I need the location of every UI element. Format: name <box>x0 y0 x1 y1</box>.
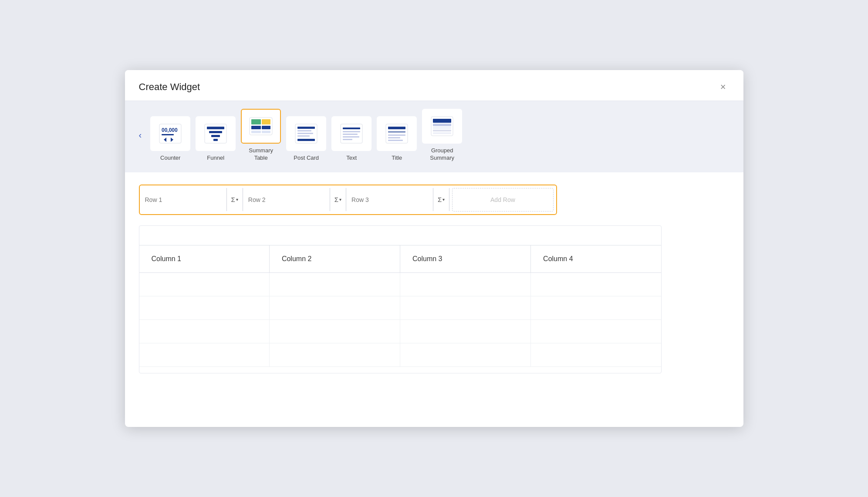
widget-label-counter: Counter <box>160 154 180 162</box>
table-row <box>139 296 661 319</box>
svg-rect-31 <box>388 131 405 133</box>
svg-rect-21 <box>297 135 310 137</box>
widget-item-post-card[interactable]: Post Card <box>286 116 326 162</box>
widget-item-title[interactable]: Title <box>377 116 417 162</box>
close-button[interactable]: × <box>717 81 730 94</box>
widget-item-funnel[interactable]: Funnel <box>196 116 236 162</box>
widget-label-grouped-summary: GroupedSummary <box>430 147 454 162</box>
widget-icon-box-summary-table <box>241 109 281 144</box>
svg-rect-22 <box>297 139 315 141</box>
svg-rect-28 <box>343 139 352 140</box>
svg-rect-38 <box>433 127 451 129</box>
svg-rect-40 <box>433 132 451 134</box>
widget-label-funnel: Funnel <box>207 154 224 162</box>
sigma-2-symbol: Σ <box>334 196 338 203</box>
svg-rect-26 <box>343 134 358 135</box>
svg-rect-33 <box>388 137 400 138</box>
svg-rect-9 <box>213 139 218 141</box>
row-2-sigma-button[interactable]: Σ ▾ <box>330 188 346 211</box>
column-1-header: Column 1 <box>139 245 270 272</box>
widget-label-text: Text <box>346 154 357 162</box>
svg-rect-8 <box>211 135 220 137</box>
svg-rect-30 <box>388 127 405 129</box>
title-icon <box>384 122 409 145</box>
svg-rect-34 <box>388 140 403 141</box>
row-3-sigma-button[interactable]: Σ ▾ <box>433 188 449 211</box>
row-builder: Σ ▾ Σ ▾ Σ ▾ Add Row <box>139 185 557 215</box>
svg-rect-16 <box>262 131 270 133</box>
preview-table: Column 1 Column 2 Column 3 Column 4 <box>139 226 661 367</box>
counter-icon: 00,000 <box>158 122 183 145</box>
add-row-button[interactable]: Add Row <box>452 188 553 212</box>
table-spacer-row <box>139 226 661 245</box>
grouped-summary-icon <box>429 115 455 138</box>
widget-item-counter[interactable]: 00,000 Counter <box>150 116 190 162</box>
preview-table-container: Column 1 Column 2 Column 3 Column 4 <box>139 225 662 373</box>
row-3-input[interactable] <box>346 188 433 211</box>
svg-rect-20 <box>297 133 313 134</box>
widget-icon-box-post-card <box>286 116 326 151</box>
svg-rect-6 <box>207 127 224 129</box>
widget-icon-box-text <box>331 116 372 151</box>
table-header-row: Column 1 Column 2 Column 3 Column 4 <box>139 245 661 272</box>
widget-items-list: 00,000 Counter <box>150 109 462 162</box>
svg-rect-37 <box>433 124 451 126</box>
table-row <box>139 319 661 343</box>
row-1-input[interactable] <box>140 188 226 211</box>
svg-rect-18 <box>297 127 315 129</box>
column-2-header: Column 2 <box>269 245 400 272</box>
column-3-header: Column 3 <box>400 245 530 272</box>
sigma-1-symbol: Σ <box>231 196 235 203</box>
sigma-1-chevron: ▾ <box>236 197 238 202</box>
widget-label-summary-table: SummaryTable <box>249 147 273 162</box>
create-widget-modal: Create Widget × ‹ 00,000 Counter <box>125 70 743 427</box>
svg-rect-13 <box>251 126 261 129</box>
funnel-icon <box>203 122 228 145</box>
widget-item-text[interactable]: Text <box>331 116 372 162</box>
widget-item-summary-table[interactable]: SummaryTable <box>241 109 281 162</box>
row-2-cell: Σ ▾ <box>243 188 346 211</box>
widget-label-post-card: Post Card <box>294 154 319 162</box>
post-card-icon <box>294 122 319 145</box>
table-row <box>139 343 661 366</box>
summary-table-icon <box>248 115 274 138</box>
svg-rect-27 <box>343 136 359 138</box>
modal-header: Create Widget × <box>125 70 743 101</box>
widget-icon-box-funnel <box>196 116 236 151</box>
svg-rect-25 <box>343 131 360 132</box>
row-3-cell: Σ ▾ <box>346 188 449 211</box>
svg-rect-19 <box>297 130 311 131</box>
svg-rect-12 <box>262 119 270 124</box>
widget-icon-box-title <box>377 116 417 151</box>
prev-nav-button[interactable]: ‹ <box>139 127 147 144</box>
main-content: Σ ▾ Σ ▾ Σ ▾ Add Row <box>125 172 743 427</box>
row-2-input[interactable] <box>243 188 330 211</box>
widget-picker-area: ‹ 00,000 Counter <box>125 101 743 172</box>
svg-rect-15 <box>251 131 261 133</box>
svg-rect-7 <box>209 131 222 133</box>
sigma-3-symbol: Σ <box>438 196 442 203</box>
svg-rect-36 <box>433 119 451 123</box>
sigma-2-chevron: ▾ <box>339 197 341 202</box>
row-1-sigma-button[interactable]: Σ ▾ <box>226 188 243 211</box>
widget-icon-box-grouped-summary <box>422 109 462 144</box>
svg-rect-32 <box>388 134 405 136</box>
svg-rect-2 <box>162 134 174 135</box>
table-row <box>139 272 661 296</box>
svg-text:00,000: 00,000 <box>162 127 178 133</box>
column-4-header: Column 4 <box>531 245 661 272</box>
sigma-3-chevron: ▾ <box>442 197 445 202</box>
svg-rect-11 <box>251 119 261 124</box>
widget-icon-box-counter: 00,000 <box>150 116 190 151</box>
svg-rect-39 <box>433 130 451 131</box>
svg-rect-14 <box>262 126 270 129</box>
modal-title: Create Widget <box>139 81 200 93</box>
widget-label-title: Title <box>392 154 402 162</box>
text-icon <box>339 122 364 145</box>
row-1-cell: Σ ▾ <box>140 188 243 211</box>
widget-item-grouped-summary[interactable]: GroupedSummary <box>422 109 462 162</box>
svg-rect-24 <box>343 128 360 129</box>
